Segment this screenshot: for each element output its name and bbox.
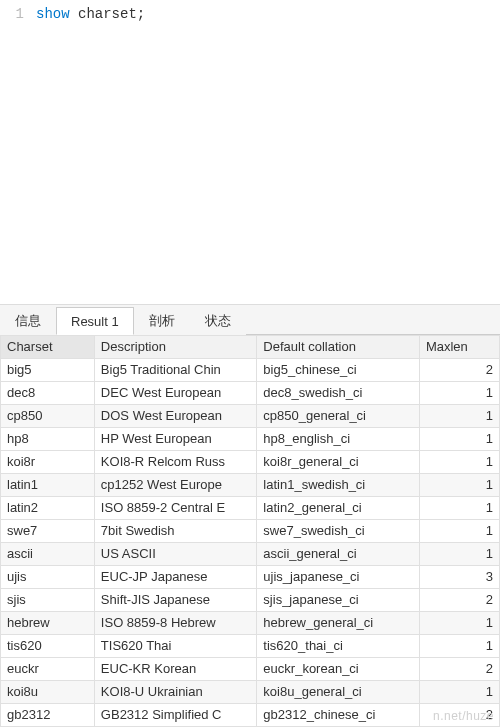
cell-description: KOI8-U Ukrainian [94, 681, 257, 704]
cell-maxlen: 1 [419, 520, 499, 543]
cell-collation: koi8u_general_ci [257, 681, 420, 704]
sql-rest: charset; [70, 6, 146, 22]
cell-description: US ASCII [94, 543, 257, 566]
cell-charset: ascii [1, 543, 95, 566]
cell-collation: latin1_swedish_ci [257, 474, 420, 497]
cell-description: EUC-KR Korean [94, 658, 257, 681]
cell-maxlen: 1 [419, 543, 499, 566]
table-row[interactable]: hp8HP West Europeanhp8_english_ci1 [1, 428, 500, 451]
cell-collation: ascii_general_ci [257, 543, 420, 566]
code-content: show charset; [36, 4, 145, 24]
tab-3[interactable]: 状态 [190, 305, 246, 335]
cell-maxlen: 1 [419, 497, 499, 520]
cell-description: KOI8-R Relcom Russ [94, 451, 257, 474]
cell-charset: sjis [1, 589, 95, 612]
table-row[interactable]: asciiUS ASCIIascii_general_ci1 [1, 543, 500, 566]
table-row[interactable]: big5Big5 Traditional Chinbig5_chinese_ci… [1, 359, 500, 382]
col-description[interactable]: Description [94, 336, 257, 359]
cell-maxlen: 2 [419, 658, 499, 681]
table-row[interactable]: latin2ISO 8859-2 Central Elatin2_general… [1, 497, 500, 520]
cell-maxlen: 2 [419, 589, 499, 612]
table-row[interactable]: ujisEUC-JP Japaneseujis_japanese_ci3 [1, 566, 500, 589]
header-row: Charset Description Default collation Ma… [1, 336, 500, 359]
table-row[interactable]: koi8rKOI8-R Relcom Russkoi8r_general_ci1 [1, 451, 500, 474]
cell-collation: hp8_english_ci [257, 428, 420, 451]
cell-maxlen: 1 [419, 382, 499, 405]
table-row[interactable]: swe77bit Swedishswe7_swedish_ci1 [1, 520, 500, 543]
cell-collation: sjis_japanese_ci [257, 589, 420, 612]
line-number: 1 [0, 4, 36, 24]
col-default-collation[interactable]: Default collation [257, 336, 420, 359]
cell-maxlen: 1 [419, 635, 499, 658]
result-table: Charset Description Default collation Ma… [0, 335, 500, 727]
watermark: n.net/huze [433, 709, 494, 723]
cell-description: GB2312 Simplified C [94, 704, 257, 727]
cell-collation: big5_chinese_ci [257, 359, 420, 382]
cell-description: EUC-JP Japanese [94, 566, 257, 589]
cell-description: ISO 8859-2 Central E [94, 497, 257, 520]
cell-description: ISO 8859-8 Hebrew [94, 612, 257, 635]
table-row[interactable]: koi8uKOI8-U Ukrainiankoi8u_general_ci1 [1, 681, 500, 704]
table-row[interactable]: gb2312GB2312 Simplified Cgb2312_chinese_… [1, 704, 500, 727]
table-row[interactable]: hebrewISO 8859-8 Hebrewhebrew_general_ci… [1, 612, 500, 635]
cell-collation: ujis_japanese_ci [257, 566, 420, 589]
cell-charset: dec8 [1, 382, 95, 405]
cell-collation: cp850_general_ci [257, 405, 420, 428]
cell-maxlen: 1 [419, 681, 499, 704]
cell-description: DEC West European [94, 382, 257, 405]
cell-collation: euckr_korean_ci [257, 658, 420, 681]
table-row[interactable]: dec8DEC West Europeandec8_swedish_ci1 [1, 382, 500, 405]
table-row[interactable]: cp850DOS West Europeancp850_general_ci1 [1, 405, 500, 428]
tab-1[interactable]: Result 1 [56, 307, 134, 335]
cell-collation: hebrew_general_ci [257, 612, 420, 635]
table-row[interactable]: tis620TIS620 Thaitis620_thai_ci1 [1, 635, 500, 658]
cell-description: Shift-JIS Japanese [94, 589, 257, 612]
sql-editor[interactable]: 1 show charset; [0, 0, 500, 305]
cell-charset: hp8 [1, 428, 95, 451]
cell-description: Big5 Traditional Chin [94, 359, 257, 382]
cell-collation: swe7_swedish_ci [257, 520, 420, 543]
cell-maxlen: 1 [419, 428, 499, 451]
cell-collation: tis620_thai_ci [257, 635, 420, 658]
cell-charset: gb2312 [1, 704, 95, 727]
cell-collation: koi8r_general_ci [257, 451, 420, 474]
cell-description: 7bit Swedish [94, 520, 257, 543]
cell-collation: latin2_general_ci [257, 497, 420, 520]
cell-charset: ujis [1, 566, 95, 589]
cell-maxlen: 1 [419, 474, 499, 497]
table-row[interactable]: euckrEUC-KR Koreaneuckr_korean_ci2 [1, 658, 500, 681]
tab-2[interactable]: 剖析 [134, 305, 190, 335]
col-charset[interactable]: Charset [1, 336, 95, 359]
cell-collation: gb2312_chinese_ci [257, 704, 420, 727]
cell-maxlen: 1 [419, 451, 499, 474]
code-line: 1 show charset; [0, 4, 500, 24]
col-maxlen[interactable]: Maxlen [419, 336, 499, 359]
result-tabs: 信息Result 1剖析状态 [0, 305, 500, 335]
cell-charset: koi8r [1, 451, 95, 474]
cell-charset: koi8u [1, 681, 95, 704]
cell-charset: swe7 [1, 520, 95, 543]
cell-description: HP West European [94, 428, 257, 451]
cell-description: cp1252 West Europe [94, 474, 257, 497]
cell-maxlen: 1 [419, 405, 499, 428]
cell-maxlen: 3 [419, 566, 499, 589]
table-row[interactable]: sjisShift-JIS Japanesesjis_japanese_ci2 [1, 589, 500, 612]
cell-description: DOS West European [94, 405, 257, 428]
table-row[interactable]: latin1cp1252 West Europelatin1_swedish_c… [1, 474, 500, 497]
result-table-wrap: Charset Description Default collation Ma… [0, 335, 500, 727]
tab-0[interactable]: 信息 [0, 305, 56, 335]
cell-charset: big5 [1, 359, 95, 382]
cell-charset: hebrew [1, 612, 95, 635]
cell-charset: cp850 [1, 405, 95, 428]
cell-maxlen: 2 [419, 359, 499, 382]
cell-charset: tis620 [1, 635, 95, 658]
cell-charset: latin2 [1, 497, 95, 520]
cell-charset: latin1 [1, 474, 95, 497]
cell-charset: euckr [1, 658, 95, 681]
cell-maxlen: 1 [419, 612, 499, 635]
cell-description: TIS620 Thai [94, 635, 257, 658]
cell-collation: dec8_swedish_ci [257, 382, 420, 405]
sql-keyword: show [36, 6, 70, 22]
